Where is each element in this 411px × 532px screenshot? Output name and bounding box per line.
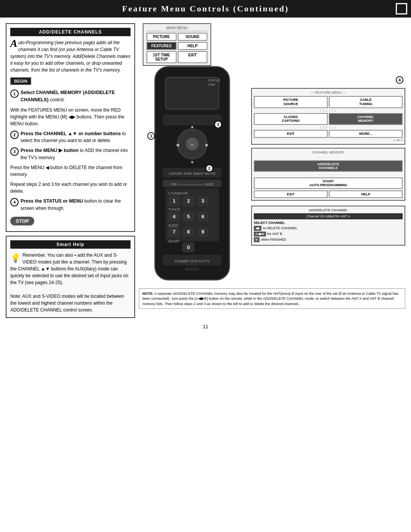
section-header: ADD/DELETE CHANNELS (10, 28, 131, 36)
header-box (396, 3, 407, 14)
intro-text: A uto-Programming (see previous page) ad… (10, 39, 131, 73)
svg-text:7: 7 (173, 229, 175, 235)
note-bold: NOTE: (142, 291, 154, 296)
svg-text:8: 8 (187, 229, 190, 235)
step-1-num: 1 (10, 89, 19, 98)
menu-btn-features: FEATURES (147, 42, 177, 50)
right-panels: 4 — FEATURE MENU — PICTURESOURCE CABLETU… (251, 23, 405, 286)
remote-svg-container: ▲ ▼ ◀ ▶ M CH/OFF POR SWAP MUTE PIP —————… (139, 61, 245, 286)
main-menu-panel: MAIN MENU PICTURE SOUND FEATURES HELP 1S… (143, 23, 211, 66)
remote-svg: ▲ ▼ ◀ ▶ M CH/OFF POR SWAP MUTE PIP —————… (139, 61, 245, 285)
step-1-bold: Select CHANNEL MEMORY (ADD/DELETE CHANNE… (21, 90, 115, 102)
add-delete-section: ADD/DELETE CHANNELS A uto-Programming (s… (6, 23, 135, 232)
svg-text:3: 3 (201, 198, 204, 204)
menu-btn-1sttime: 1ST TIME SETUP (147, 51, 177, 63)
icon-row-2: A◀▶B for ANT B (254, 232, 403, 236)
svg-text:TV/VCR: TV/VCR (168, 208, 180, 211)
features-menu-text: With the FEATURES MENU on screen, move t… (10, 107, 131, 127)
step-4: 4 Press the STATUS or MENU button to cle… (10, 198, 131, 212)
svg-text:LINK: LINK (208, 83, 215, 86)
smart-help-content: 💡 Remember. You can also ▪ add the AUX a… (10, 252, 131, 313)
ch-add-delete-btn: ADD/DELETECHANNELS (254, 160, 403, 172)
svg-text:1: 1 (173, 198, 175, 204)
svg-text:▶: ▶ (206, 142, 209, 147)
feature-btn-channel-memory: CHANNELMEMORY (329, 113, 403, 125)
icon-row-3: M when FINISHED (254, 237, 403, 242)
svg-text:3 TUNER PIP: 3 TUNER PIP (168, 192, 188, 195)
tick-ch2: · · · · · · · · · · (254, 173, 403, 176)
ch-exit-btn: EXIT (254, 190, 328, 198)
channel-memory-title: CHANNEL MEMORY (254, 150, 403, 154)
svg-text:◀: ◀ (176, 142, 179, 147)
feature-btn-exit: EXIT (254, 130, 328, 138)
begin-badge: BEGIN (10, 77, 31, 85)
main-layout: ADD/DELETE CHANNELS A uto-Programming (s… (0, 21, 411, 320)
svg-text:2: 2 (187, 198, 190, 204)
svg-text:▲: ▲ (190, 124, 194, 129)
note-text: A separate ADD/DELETE CHANNEL memory may… (142, 291, 398, 306)
right-column: MAIN MENU PICTURE SOUND FEATURES HELP 1S… (139, 23, 405, 318)
tick-2: 1 1 1 1 1 1 (254, 126, 403, 129)
smart-help-header: Smart Help (10, 240, 131, 249)
icon-text-1: to DELETE CHANNEL (263, 226, 298, 230)
add-delete-channel-panel: ADD/DELETE CHANNEL Channel 19 Added for … (251, 206, 405, 246)
feature-btn-more: MORE... (329, 130, 403, 138)
tick-ch: · · · · · · · · · · (254, 156, 403, 159)
ch-start-auto-btn: STARTAUTO-PROGRAMMING (254, 177, 403, 189)
remote-wrapper: MAIN MENU PICTURE SOUND FEATURES HELP 1S… (139, 23, 245, 286)
repeat-text: Repeat steps 2 and 3 for each channel yo… (10, 181, 131, 195)
add-delete-title: ADD/DELETE CHANNEL (254, 208, 403, 212)
step-2-bold: Press the CHANNEL ▲▼ or number buttons (21, 131, 121, 136)
smart-help-para-1: Remember. You can also (22, 252, 75, 258)
step-3: 3 Press the MENU ▶ button to ADD the cha… (10, 147, 131, 161)
icon-antb: A◀▶B (254, 232, 266, 236)
page-number: 11 (0, 324, 411, 333)
step-circle-4: 4 (396, 76, 403, 84)
step-3-bold: Press the MENU ▶ button (21, 148, 78, 153)
svg-text:6: 6 (201, 214, 204, 219)
smart-help-para-2: Note: AUX and S-VIDEO modes will be loca… (10, 294, 124, 313)
menu-btn-picture: PICTURE (147, 33, 177, 41)
intro-body: uto-Programming (see previous page) adds… (10, 40, 131, 73)
svg-text:SLEEP: SLEEP (168, 224, 178, 227)
stop-badge: STOP (10, 217, 34, 225)
step-3-content: Press the MENU ▶ button to ADD the chann… (21, 147, 131, 161)
step-circle-1: 1 (147, 132, 157, 140)
select-ch-label: SELECT CHANNEL (254, 221, 403, 225)
left-column: ADD/DELETE CHANNELS A uto-Programming (s… (6, 23, 135, 318)
big-letter: A (10, 39, 18, 48)
step-3-num: 3 (10, 147, 19, 156)
added-banner: Channel 19 Added for ANT A (254, 213, 403, 219)
remote-panels-wrapper: MAIN MENU PICTURE SOUND FEATURES HELP 1S… (139, 23, 405, 286)
svg-text:5: 5 (187, 214, 190, 219)
svg-text:▼: ▼ (190, 160, 194, 165)
step-2-content: Press the CHANNEL ▲▼ or number buttons t… (21, 130, 131, 144)
stop-badge-wrapper: STOP (10, 215, 131, 227)
step-2-num: 2 (10, 131, 19, 139)
svg-text:STATUS: STATUS (208, 78, 220, 82)
step-2: 2 Press the CHANNEL ▲▼ or number buttons… (10, 130, 131, 144)
feature-btn-picture-source: PICTURESOURCE (254, 96, 328, 108)
step-4-content: Press the STATUS or MENU button to clear… (21, 198, 131, 212)
menu-btn-help: HELP (178, 42, 208, 50)
icon-delete: ◀▶ (254, 226, 261, 231)
feature-menu-grid: PICTURESOURCE CABLETUNING 1 1 1 1 1 1 CL… (254, 96, 403, 138)
icon-row-1: ◀▶ to DELETE CHANNEL (254, 226, 403, 231)
step-1-content: Select CHANNEL MEMORY (ADD/DELETE CHANNE… (21, 89, 131, 104)
svg-text:4: 4 (173, 214, 175, 219)
feature-indicator: 1 OF 5 (254, 139, 403, 142)
step-4-bold: Press the STATUS or MENU (21, 198, 83, 204)
svg-text:SMART: SMART (168, 240, 179, 243)
ch-exit-row: EXIT HELP (254, 190, 403, 198)
header-title: Feature Menu Controls (Continued) (122, 4, 289, 13)
step-4-wrapper: 4 (251, 76, 405, 84)
step-1: 1 Select CHANNEL MEMORY (ADD/DELETE CHAN… (10, 89, 131, 104)
feature-btn-closed-captions: CLOSEDCAPTIONS (254, 113, 328, 125)
step-circle-3: 3 (214, 120, 224, 128)
note-area: NOTE: A separate ADD/DELETE CHANNEL memo… (139, 288, 405, 309)
main-menu-overlay: MAIN MENU PICTURE SOUND FEATURES HELP 1S… (143, 23, 211, 68)
main-menu-grid: PICTURE SOUND FEATURES HELP 1ST TIME SET… (147, 33, 207, 63)
svg-text:M  O  D  E: M O D E (186, 267, 199, 271)
delete-text: Press the MENU ◀ button to DELETE the ch… (10, 164, 131, 178)
step-4-num: 4 (10, 198, 19, 206)
